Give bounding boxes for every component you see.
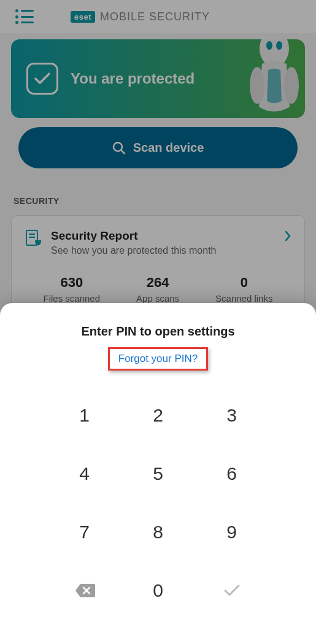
key-8[interactable]: 8 [121, 503, 195, 561]
key-6[interactable]: 6 [195, 444, 269, 503]
forgot-pin-highlight: Forgot your PIN? [108, 347, 208, 371]
key-2[interactable]: 2 [121, 386, 195, 444]
backspace-icon [74, 583, 95, 599]
key-4[interactable]: 4 [48, 444, 121, 503]
key-9[interactable]: 9 [195, 503, 269, 561]
pin-keypad: 1 2 3 4 5 6 7 8 9 0 [48, 386, 269, 619]
key-3[interactable]: 3 [195, 386, 269, 444]
forgot-pin-link[interactable]: Forgot your PIN? [118, 353, 198, 364]
pin-title: Enter PIN to open settings [18, 324, 298, 339]
key-7[interactable]: 7 [48, 503, 121, 561]
key-0[interactable]: 0 [121, 561, 195, 619]
key-5[interactable]: 5 [121, 444, 195, 503]
key-confirm[interactable] [195, 561, 269, 619]
key-1[interactable]: 1 [48, 386, 121, 444]
key-backspace[interactable] [48, 561, 121, 619]
pin-entry-sheet: Enter PIN to open settings Forgot your P… [0, 303, 316, 644]
check-icon [223, 584, 241, 597]
